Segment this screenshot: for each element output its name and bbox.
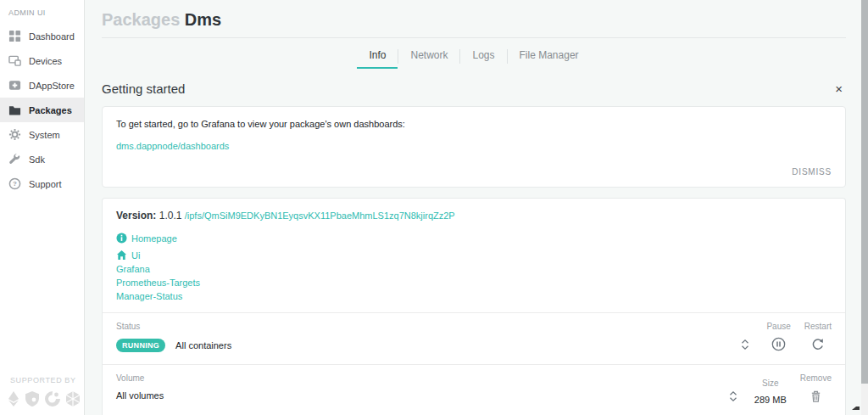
volume-size: 289 MB: [754, 395, 787, 405]
ethereum-logo-icon: [7, 391, 20, 407]
brand-label: ADMIN UI: [0, 0, 84, 24]
restart-button[interactable]: [810, 338, 826, 353]
home-icon: [116, 250, 127, 261]
dismiss-button[interactable]: DISMISS: [792, 167, 832, 177]
tab-network[interactable]: Network: [398, 45, 459, 69]
mouse-cursor: [852, 398, 860, 413]
gear-icon: [8, 128, 21, 141]
restart-label: Restart: [804, 322, 832, 331]
sidebar: ADMIN UI Dashboard Devices DAppStore Pac…: [0, 0, 85, 415]
version-line: Version: 1.0.1 /ipfs/QmSiM9EDKyBN1EyqsvK…: [116, 210, 832, 222]
shield-logo-icon: [25, 391, 40, 407]
restart-icon: [811, 338, 825, 354]
pause-icon: [771, 337, 786, 354]
store-icon: [8, 79, 21, 92]
grafana-link[interactable]: Grafana: [116, 264, 150, 274]
version-value: 1.0.1: [159, 210, 182, 222]
status-scope: All containers: [175, 340, 231, 351]
package-links: Homepage Ui Grafana Prometheus-Targets M…: [116, 233, 832, 301]
homepage-link[interactable]: Homepage: [131, 233, 177, 244]
chevron-updown-icon: [739, 338, 751, 354]
chevron-updown-icon: [727, 390, 739, 406]
question-icon: ?: [8, 177, 21, 190]
scrollbar-thumb[interactable]: [861, 0, 868, 384]
sidebar-item-packages[interactable]: Packages: [0, 98, 84, 122]
getting-started-header: Getting started ×: [102, 81, 846, 97]
trash-icon: [810, 390, 822, 406]
sidebar-item-label: Packages: [29, 105, 72, 115]
remove-volume-label: Remove: [800, 373, 832, 383]
package-card: Version: 1.0.1 /ipfs/QmSiM9EDKyBN1EyqsvK…: [102, 198, 846, 415]
sidebar-item-label: Devices: [29, 56, 62, 66]
prometheus-targets-link[interactable]: Prometheus-Targets: [116, 278, 200, 288]
info-icon: [116, 233, 127, 244]
sidebar-item-support[interactable]: ? Support: [0, 171, 84, 196]
version-label: Version:: [116, 210, 156, 222]
supported-by-section: SUPPORTED BY: [0, 369, 84, 415]
page-title: Packages Dms: [102, 0, 846, 30]
swirl-logo-icon: [44, 391, 61, 407]
scrollbar-track[interactable]: [861, 0, 868, 415]
volume-section: Volume All volumes Size 289 MB: [103, 365, 845, 415]
tab-logs[interactable]: Logs: [460, 45, 506, 69]
sidebar-item-label: Dashboard: [29, 31, 75, 42]
getting-started-card: To get started, go to Grafana to view yo…: [102, 106, 846, 188]
sidebar-item-sdk[interactable]: Sdk: [0, 147, 84, 171]
status-label: Status: [116, 322, 231, 331]
remove-volume-button[interactable]: [808, 390, 823, 405]
manager-status-link[interactable]: Manager-Status: [116, 291, 182, 301]
breadcrumb[interactable]: Packages: [102, 10, 180, 29]
devices-icon: [8, 54, 21, 67]
sidebar-item-system[interactable]: System: [0, 122, 84, 147]
sidebar-item-label: DAppStore: [29, 81, 75, 91]
dashboard-icon: [8, 30, 21, 42]
volume-scope: All volumes: [116, 390, 164, 401]
getting-started-heading: Getting started: [102, 81, 185, 96]
package-name: Dms: [185, 10, 221, 29]
sidebar-item-label: System: [29, 130, 60, 140]
sidebar-item-dappstore[interactable]: DAppStore: [0, 73, 84, 98]
ipfs-hash-link[interactable]: /ipfs/QmSiM9EDKyBN1EyqsvKX11PbaeMhmLS1zq…: [185, 210, 455, 221]
container-selector-toggle[interactable]: [737, 338, 753, 353]
svg-text:?: ?: [13, 180, 17, 188]
sidebar-item-label: Support: [29, 179, 62, 189]
cube-logo-icon: [65, 391, 81, 407]
volume-selector-toggle[interactable]: [726, 390, 741, 405]
tab-file-manager[interactable]: File Manager: [508, 45, 591, 69]
status-badge: RUNNING: [116, 339, 165, 352]
tab-bar: Info Network Logs File Manager: [102, 45, 846, 69]
wrench-icon: [8, 153, 21, 165]
sidebar-item-dashboard[interactable]: Dashboard: [0, 24, 84, 48]
folder-icon: [8, 104, 21, 116]
size-label: Size: [762, 379, 778, 388]
volume-label: Volume: [116, 373, 164, 383]
sidebar-item-label: Sdk: [29, 154, 45, 165]
getting-started-text: To get started, go to Grafana to view yo…: [116, 119, 832, 129]
pause-button[interactable]: [771, 338, 787, 353]
dashboards-link[interactable]: dms.dappnode/dashboards: [116, 141, 229, 151]
close-icon[interactable]: ×: [832, 81, 846, 97]
sidebar-item-devices[interactable]: Devices: [0, 48, 84, 73]
pause-label: Pause: [766, 322, 790, 331]
header-divider: [102, 37, 846, 38]
tab-info[interactable]: Info: [357, 45, 398, 69]
ui-link[interactable]: Ui: [131, 250, 140, 261]
supported-by-label: SUPPORTED BY: [7, 376, 84, 384]
status-section: Status RUNNING All containers Pause: [103, 313, 845, 364]
main-content: Packages Dms Info Network Logs File Mana…: [85, 0, 861, 415]
